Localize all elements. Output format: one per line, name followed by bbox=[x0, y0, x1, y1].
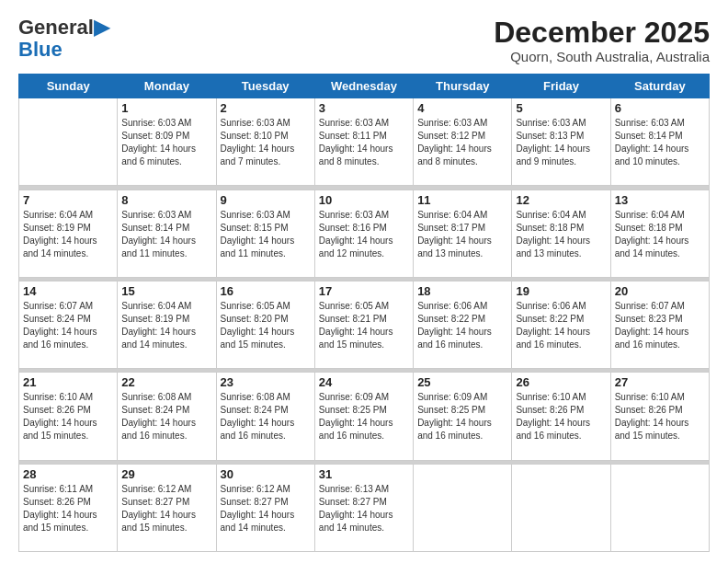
day-info: Sunrise: 6:10 AM Sunset: 8:26 PM Dayligh… bbox=[23, 391, 113, 442]
day-info: Sunrise: 6:03 AM Sunset: 8:14 PM Dayligh… bbox=[121, 209, 211, 260]
day-info: Sunrise: 6:12 AM Sunset: 8:27 PM Dayligh… bbox=[221, 483, 311, 534]
calendar-cell: 28Sunrise: 6:11 AM Sunset: 8:26 PM Dayli… bbox=[19, 464, 118, 551]
day-number: 27 bbox=[615, 375, 705, 389]
day-info: Sunrise: 6:05 AM Sunset: 8:20 PM Dayligh… bbox=[221, 300, 311, 351]
main-title: December 2025 bbox=[494, 17, 710, 49]
day-number: 10 bbox=[319, 193, 409, 207]
header-sunday: Sunday bbox=[19, 75, 118, 98]
calendar-cell bbox=[610, 464, 709, 551]
calendar-cell: 7Sunrise: 6:04 AM Sunset: 8:19 PM Daylig… bbox=[19, 190, 118, 277]
day-number: 17 bbox=[319, 284, 409, 298]
day-number: 1 bbox=[121, 101, 211, 115]
day-number: 23 bbox=[221, 375, 311, 389]
calendar-cell: 8Sunrise: 6:03 AM Sunset: 8:14 PM Daylig… bbox=[118, 190, 216, 277]
calendar-cell: 27Sunrise: 6:10 AM Sunset: 8:26 PM Dayli… bbox=[610, 373, 709, 460]
day-number: 3 bbox=[319, 101, 409, 115]
day-number: 13 bbox=[615, 193, 705, 207]
header-saturday: Saturday bbox=[610, 75, 709, 98]
day-info: Sunrise: 6:08 AM Sunset: 8:24 PM Dayligh… bbox=[221, 391, 311, 442]
day-info: Sunrise: 6:03 AM Sunset: 8:12 PM Dayligh… bbox=[417, 117, 507, 168]
day-info: Sunrise: 6:05 AM Sunset: 8:21 PM Dayligh… bbox=[319, 300, 409, 351]
day-info: Sunrise: 6:04 AM Sunset: 8:19 PM Dayligh… bbox=[23, 209, 113, 260]
calendar-cell: 1Sunrise: 6:03 AM Sunset: 8:09 PM Daylig… bbox=[118, 98, 216, 186]
header-tuesday: Tuesday bbox=[216, 75, 314, 98]
day-info: Sunrise: 6:11 AM Sunset: 8:26 PM Dayligh… bbox=[23, 483, 113, 534]
day-info: Sunrise: 6:03 AM Sunset: 8:11 PM Dayligh… bbox=[319, 117, 409, 168]
calendar-cell bbox=[414, 464, 512, 551]
calendar-cell: 18Sunrise: 6:06 AM Sunset: 8:22 PM Dayli… bbox=[414, 282, 512, 369]
calendar-cell bbox=[512, 464, 610, 551]
day-info: Sunrise: 6:09 AM Sunset: 8:25 PM Dayligh… bbox=[417, 391, 507, 442]
day-info: Sunrise: 6:06 AM Sunset: 8:22 PM Dayligh… bbox=[516, 300, 606, 351]
calendar-cell: 16Sunrise: 6:05 AM Sunset: 8:20 PM Dayli… bbox=[216, 282, 314, 369]
header: General▶ Blue December 2025 Quorn, South… bbox=[18, 17, 710, 64]
calendar-cell: 26Sunrise: 6:10 AM Sunset: 8:26 PM Dayli… bbox=[512, 373, 610, 460]
day-info: Sunrise: 6:03 AM Sunset: 8:09 PM Dayligh… bbox=[121, 117, 211, 168]
day-info: Sunrise: 6:07 AM Sunset: 8:23 PM Dayligh… bbox=[615, 300, 705, 351]
day-info: Sunrise: 6:04 AM Sunset: 8:18 PM Dayligh… bbox=[516, 209, 606, 260]
calendar-cell: 11Sunrise: 6:04 AM Sunset: 8:17 PM Dayli… bbox=[414, 190, 512, 277]
day-number: 28 bbox=[23, 467, 113, 481]
day-number: 22 bbox=[121, 375, 211, 389]
calendar-cell bbox=[19, 98, 118, 186]
calendar-cell: 5Sunrise: 6:03 AM Sunset: 8:13 PM Daylig… bbox=[512, 98, 610, 186]
calendar-cell: 9Sunrise: 6:03 AM Sunset: 8:15 PM Daylig… bbox=[216, 190, 314, 277]
calendar-cell: 4Sunrise: 6:03 AM Sunset: 8:12 PM Daylig… bbox=[414, 98, 512, 186]
day-number: 8 bbox=[121, 193, 211, 207]
day-number: 25 bbox=[417, 375, 507, 389]
subtitle: Quorn, South Australia, Australia bbox=[494, 49, 710, 64]
logo-blue: Blue bbox=[18, 39, 63, 61]
day-info: Sunrise: 6:13 AM Sunset: 8:27 PM Dayligh… bbox=[319, 483, 409, 534]
day-info: Sunrise: 6:03 AM Sunset: 8:10 PM Dayligh… bbox=[221, 117, 311, 168]
day-number: 5 bbox=[516, 101, 606, 115]
week-row-1: 1Sunrise: 6:03 AM Sunset: 8:09 PM Daylig… bbox=[19, 98, 710, 186]
day-info: Sunrise: 6:08 AM Sunset: 8:24 PM Dayligh… bbox=[121, 391, 211, 442]
calendar-cell: 31Sunrise: 6:13 AM Sunset: 8:27 PM Dayli… bbox=[314, 464, 413, 551]
day-number: 19 bbox=[516, 284, 606, 298]
day-number: 20 bbox=[615, 284, 705, 298]
calendar-cell: 13Sunrise: 6:04 AM Sunset: 8:18 PM Dayli… bbox=[610, 190, 709, 277]
week-row-5: 28Sunrise: 6:11 AM Sunset: 8:26 PM Dayli… bbox=[19, 464, 710, 551]
logo: General▶ Blue bbox=[18, 17, 109, 61]
calendar-cell: 12Sunrise: 6:04 AM Sunset: 8:18 PM Dayli… bbox=[512, 190, 610, 277]
calendar-header-row: Sunday Monday Tuesday Wednesday Thursday… bbox=[19, 75, 710, 98]
calendar-cell: 30Sunrise: 6:12 AM Sunset: 8:27 PM Dayli… bbox=[216, 464, 314, 551]
logo-text: General▶ bbox=[18, 17, 109, 39]
day-info: Sunrise: 6:04 AM Sunset: 8:17 PM Dayligh… bbox=[417, 209, 507, 260]
day-info: Sunrise: 6:12 AM Sunset: 8:27 PM Dayligh… bbox=[121, 483, 211, 534]
calendar-cell: 19Sunrise: 6:06 AM Sunset: 8:22 PM Dayli… bbox=[512, 282, 610, 369]
day-number: 26 bbox=[516, 375, 606, 389]
calendar-cell: 10Sunrise: 6:03 AM Sunset: 8:16 PM Dayli… bbox=[314, 190, 413, 277]
day-number: 11 bbox=[417, 193, 507, 207]
day-number: 30 bbox=[221, 467, 311, 481]
calendar-cell: 25Sunrise: 6:09 AM Sunset: 8:25 PM Dayli… bbox=[414, 373, 512, 460]
day-number: 7 bbox=[23, 193, 113, 207]
header-friday: Friday bbox=[512, 75, 610, 98]
calendar-cell: 3Sunrise: 6:03 AM Sunset: 8:11 PM Daylig… bbox=[314, 98, 413, 186]
calendar-cell: 14Sunrise: 6:07 AM Sunset: 8:24 PM Dayli… bbox=[19, 282, 118, 369]
day-number: 16 bbox=[221, 284, 311, 298]
day-info: Sunrise: 6:04 AM Sunset: 8:18 PM Dayligh… bbox=[615, 209, 705, 260]
day-number: 4 bbox=[417, 101, 507, 115]
day-number: 2 bbox=[221, 101, 311, 115]
calendar-cell: 29Sunrise: 6:12 AM Sunset: 8:27 PM Dayli… bbox=[118, 464, 216, 551]
calendar-cell: 23Sunrise: 6:08 AM Sunset: 8:24 PM Dayli… bbox=[216, 373, 314, 460]
day-number: 18 bbox=[417, 284, 507, 298]
day-number: 31 bbox=[319, 467, 409, 481]
header-wednesday: Wednesday bbox=[314, 75, 413, 98]
day-number: 6 bbox=[615, 101, 705, 115]
day-info: Sunrise: 6:03 AM Sunset: 8:13 PM Dayligh… bbox=[516, 117, 606, 168]
header-thursday: Thursday bbox=[414, 75, 512, 98]
calendar-cell: 15Sunrise: 6:04 AM Sunset: 8:19 PM Dayli… bbox=[118, 282, 216, 369]
day-info: Sunrise: 6:06 AM Sunset: 8:22 PM Dayligh… bbox=[417, 300, 507, 351]
calendar-cell: 24Sunrise: 6:09 AM Sunset: 8:25 PM Dayli… bbox=[314, 373, 413, 460]
calendar-table: Sunday Monday Tuesday Wednesday Thursday… bbox=[18, 74, 710, 552]
day-number: 15 bbox=[121, 284, 211, 298]
calendar-cell: 6Sunrise: 6:03 AM Sunset: 8:14 PM Daylig… bbox=[610, 98, 709, 186]
day-info: Sunrise: 6:10 AM Sunset: 8:26 PM Dayligh… bbox=[516, 391, 606, 442]
day-number: 14 bbox=[23, 284, 113, 298]
day-info: Sunrise: 6:03 AM Sunset: 8:14 PM Dayligh… bbox=[615, 117, 705, 168]
header-monday: Monday bbox=[118, 75, 216, 98]
week-row-2: 7Sunrise: 6:04 AM Sunset: 8:19 PM Daylig… bbox=[19, 190, 710, 277]
day-info: Sunrise: 6:09 AM Sunset: 8:25 PM Dayligh… bbox=[319, 391, 409, 442]
